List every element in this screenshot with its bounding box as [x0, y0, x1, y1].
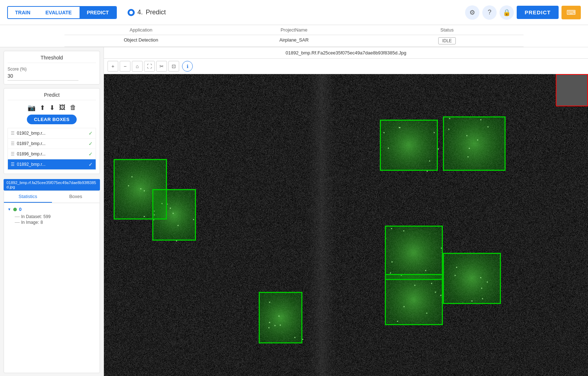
- stats-body: ▼ 0 In Dataset: 599 In Image: 8: [4, 203, 100, 229]
- det-box-5: [443, 253, 501, 304]
- score-value[interactable]: 30: [8, 73, 78, 81]
- in-dataset-row: In Dataset: 599: [15, 214, 96, 219]
- file-item-2[interactable]: ☰ 01896_bmp.r... ✓: [8, 149, 96, 159]
- stat-line-image: [15, 222, 20, 223]
- predict-title: Predict: [8, 92, 96, 100]
- file-tooltip: 01892_bmp.rf.fa25cee35f075ec49a7dae8b93f…: [4, 179, 100, 191]
- download-icon[interactable]: ⬇: [49, 104, 55, 112]
- det-box-1: [152, 189, 196, 241]
- status-badge: IDLE: [438, 37, 456, 44]
- header-project: ProjectName: [217, 25, 371, 35]
- tab-train[interactable]: TRAIN: [8, 7, 38, 18]
- top-bar-right: ⚙ ? 🔒 PREDICT ⌨: [465, 5, 581, 20]
- in-image-value: 8: [40, 220, 43, 225]
- tab-boxes[interactable]: Boxes: [52, 191, 100, 203]
- value-application: Object Detection: [64, 35, 217, 47]
- class-dot: [13, 208, 17, 211]
- step-label: Predict: [146, 9, 166, 16]
- list-icon-2: ☰: [11, 151, 15, 156]
- check-icon-0: ✓: [89, 130, 93, 136]
- zoom-in-button[interactable]: +: [107, 61, 118, 72]
- predict-icons: 📷 ⬆ ⬇ 🖼 🗑: [8, 104, 96, 112]
- value-status: IDLE: [371, 35, 524, 47]
- det-box-2: [380, 120, 438, 171]
- det-box-3: [443, 116, 506, 171]
- image-icon[interactable]: 🖼: [59, 104, 66, 112]
- score-label: Score (%): [8, 67, 96, 72]
- left-panel: Threshold Score (%) 30 Predict 📷 ⬆ ⬇ 🖼 🗑…: [0, 47, 104, 376]
- file-name-3: 01892_bmp.r...: [17, 162, 46, 167]
- fullscreen-button[interactable]: ⛶: [144, 61, 155, 72]
- file-name-2: 01896_bmp.r...: [17, 151, 46, 156]
- file-name-0: 01902_bmp.r...: [17, 131, 46, 136]
- zoom-out-button[interactable]: −: [120, 61, 130, 72]
- stats-section: Statistics Boxes ▼ 0 In Dataset: 599 In …: [4, 191, 100, 373]
- list-icon-1: ☰: [11, 141, 15, 146]
- file-item-0[interactable]: ☰ 01902_bmp.r... ✓: [8, 128, 96, 139]
- det-box-6: [385, 274, 443, 326]
- tab-predict[interactable]: PREDICT: [80, 7, 116, 18]
- predict-main-button[interactable]: PREDICT: [517, 6, 559, 19]
- delete-icon[interactable]: 🗑: [70, 104, 76, 112]
- lock-button[interactable]: 🔒: [499, 5, 514, 20]
- mini-map: [556, 74, 588, 106]
- image-title: 01892_bmp.Rf.Fa25cee35f075ec49a7dae8b93f…: [104, 47, 588, 59]
- class-row: ▼ 0: [8, 207, 96, 212]
- list-icon-3: ☰: [11, 162, 15, 167]
- stats-tabs: Statistics Boxes: [4, 191, 100, 203]
- sar-background: [104, 74, 588, 376]
- step-circle-inner: [129, 11, 133, 14]
- right-panel: 01892_bmp.Rf.Fa25cee35f075ec49a7dae8b93f…: [104, 47, 588, 376]
- threshold-title: Threshold: [8, 55, 96, 63]
- info-table-wrapper: Application ProjectName Status Object De…: [0, 25, 588, 47]
- step-circle: [128, 9, 135, 16]
- check-icon-2: ✓: [89, 151, 93, 157]
- main-content: Threshold Score (%) 30 Predict 📷 ⬆ ⬇ 🖼 🗑…: [0, 47, 588, 376]
- predict-section: Predict 📷 ⬆ ⬇ 🖼 🗑 CLEAR BOXES ☰ 01902_bm…: [4, 88, 100, 174]
- in-dataset-value: 599: [43, 214, 51, 219]
- settings-button[interactable]: ⚙: [465, 5, 479, 20]
- clear-boxes-button[interactable]: CLEAR BOXES: [27, 115, 77, 124]
- step-number: 4.: [138, 9, 143, 16]
- header-application: Application: [64, 25, 217, 35]
- info-button[interactable]: ℹ: [182, 61, 193, 72]
- image-toolbar: + − ⌂ ⛶ ✂ ⊡ ℹ: [104, 59, 588, 74]
- threshold-section: Threshold Score (%) 30: [4, 51, 100, 85]
- info-table: Application ProjectName Status Object De…: [64, 25, 524, 47]
- det-box-7: [259, 292, 302, 343]
- in-image-label: In Image:: [21, 220, 39, 225]
- step-indicator: 4. Predict: [128, 9, 166, 16]
- tab-evaluate[interactable]: EVALUATE: [38, 7, 79, 18]
- top-bar: TRAIN EVALUATE PREDICT 4. Predict ⚙ ? 🔒 …: [0, 0, 588, 25]
- file-name-1: 01897_bmp.r...: [17, 141, 46, 146]
- camera-icon[interactable]: 📷: [28, 104, 35, 112]
- stat-line-dataset: [15, 217, 20, 217]
- check-icon-1: ✓: [89, 141, 93, 146]
- crop-button[interactable]: ✂: [156, 61, 167, 72]
- image-canvas: [104, 74, 588, 376]
- grid-button[interactable]: ⊡: [168, 61, 179, 72]
- triangle-icon: ▼: [8, 207, 11, 211]
- home-button[interactable]: ⌂: [132, 61, 143, 72]
- file-item-1[interactable]: ☰ 01897_bmp.r... ✓: [8, 139, 96, 149]
- keyboard-button[interactable]: ⌨: [561, 6, 581, 19]
- header-status: Status: [371, 25, 524, 35]
- check-icon-3: ✓: [89, 162, 93, 167]
- in-dataset-label: In Dataset:: [21, 214, 42, 219]
- tab-group: TRAIN EVALUATE PREDICT: [7, 6, 117, 19]
- det-box-4: [385, 226, 443, 280]
- tab-statistics[interactable]: Statistics: [4, 191, 52, 203]
- upload-icon[interactable]: ⬆: [40, 104, 45, 112]
- list-icon-0: ☰: [11, 131, 15, 136]
- help-button[interactable]: ?: [482, 5, 497, 20]
- file-item-3[interactable]: ☰ 01892_bmp.r... ✓: [8, 159, 96, 170]
- value-project: Airplane_SAR: [217, 35, 371, 47]
- class-count: 0: [19, 207, 21, 212]
- file-list: ☰ 01902_bmp.r... ✓ ☰ 01897_bmp.r... ✓ ☰ …: [8, 128, 96, 170]
- in-image-row: In Image: 8: [15, 220, 96, 225]
